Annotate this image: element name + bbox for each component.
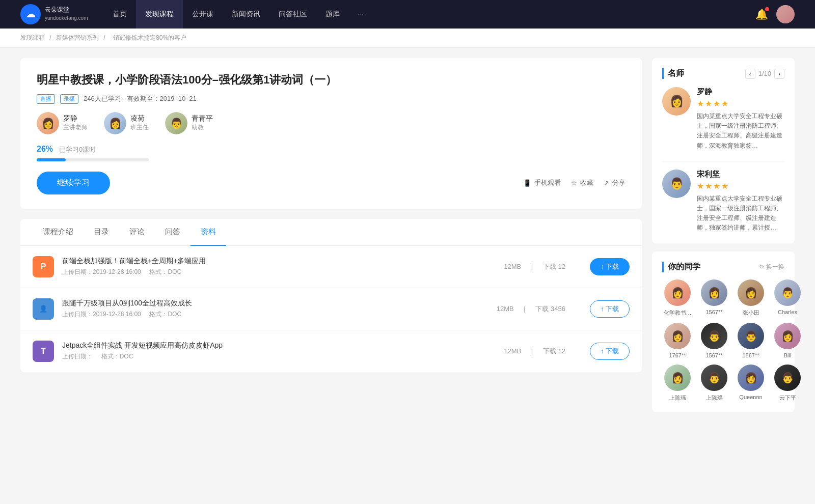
user-avatar[interactable] xyxy=(776,5,795,23)
teacher-item-3: 👨 青青平 助教 xyxy=(165,112,213,134)
tabs-header: 课程介绍 目录 评论 问答 资料 xyxy=(20,219,642,246)
nav-item-qa[interactable]: 问答社区 xyxy=(269,0,316,29)
classmate-6[interactable]: 👨 1567** xyxy=(699,323,729,358)
classmate-1[interactable]: 👩 化学教书… xyxy=(662,279,693,317)
mobile-watch-button[interactable]: 📱 手机观看 xyxy=(523,178,561,187)
cm-face-9: 👩 xyxy=(664,365,691,391)
sidebar-teacher-avatar-2[interactable]: 👨 xyxy=(662,170,691,198)
progress-pct: 26% xyxy=(37,145,53,153)
tab-reviews[interactable]: 评论 xyxy=(119,219,155,246)
action-buttons: 📱 手机观看 ☆ 收藏 ↗ 分享 xyxy=(523,178,626,187)
size-3: 12MB xyxy=(504,347,521,355)
download-button-2[interactable]: ↑ 下载 xyxy=(590,300,630,318)
share-button[interactable]: ↗ 分享 xyxy=(604,178,626,187)
sidebar-teacher-name-2: 宋利坚 xyxy=(697,170,784,179)
download-button-1[interactable]: ↑ 下载 xyxy=(590,258,630,275)
teacher-page: 1/10 xyxy=(758,70,771,77)
nav-item-discover[interactable]: 发现课程 xyxy=(136,0,183,29)
downloads-1: 下载 12 xyxy=(543,263,565,270)
nav-item-open[interactable]: 公开课 xyxy=(183,0,223,29)
next-teacher-btn[interactable]: › xyxy=(774,69,784,79)
right-sidebar: 名师 ‹ 1/10 › 👩 罗静 ★★★★ 国内某重点大学安全工程专业硕士，国家… xyxy=(652,58,795,420)
teachers-card-header: 名师 ‹ 1/10 › xyxy=(662,68,784,79)
teachers-list: 👩 罗静 主讲老师 👩 凌荷 班主任 xyxy=(37,112,626,134)
download-button-3[interactable]: ↑ 下载 xyxy=(590,343,630,360)
nav-items: 首页 发现课程 公开课 新闻资讯 问答社区 题库 ··· xyxy=(103,0,755,29)
teacher-divider xyxy=(662,161,784,161)
sidebar-teacher-2: 👨 宋利坚 ★★★★ 国内某重点大学安全工程专业硕士，国家一级注册消防工程师、注… xyxy=(662,170,784,233)
main-container: 明星中教授课，小学阶段语法100分–强化级第1讲动词（一） 直播 录播 246人… xyxy=(0,48,815,430)
tab-catalog[interactable]: 目录 xyxy=(84,219,119,246)
format-1: 格式：DOC xyxy=(149,268,181,275)
nav-item-more[interactable]: ··· xyxy=(349,0,373,29)
teacher-info-1: 罗静 主讲老师 xyxy=(63,114,88,132)
breadcrumb-sep1: / xyxy=(49,34,53,41)
cm-avatar-7: 👨 xyxy=(738,323,764,349)
sidebar-teacher-stars-1: ★★★★ xyxy=(697,99,784,108)
sidebar-teacher-info-2: 宋利坚 ★★★★ 国内某重点大学安全工程专业硕士，国家一级注册消防工程师、注册安… xyxy=(697,170,784,233)
course-actions: 继续学习 📱 手机观看 ☆ 收藏 ↗ 分享 xyxy=(37,172,626,194)
teachers-card-title: 名师 xyxy=(662,68,684,79)
classmate-3[interactable]: 👩 张小田 xyxy=(736,279,766,317)
breadcrumb-link-discover[interactable]: 发现课程 xyxy=(20,34,45,41)
left-content: 明星中教授课，小学阶段语法100分–强化级第1讲动词（一） 直播 录播 246人… xyxy=(20,58,642,420)
nav-item-home[interactable]: 首页 xyxy=(103,0,136,29)
prev-teacher-btn[interactable]: ‹ xyxy=(745,69,755,79)
upload-date-3: 上传日期： xyxy=(62,353,93,360)
classmate-5[interactable]: 👩 1767** xyxy=(662,323,693,358)
classmates-card: 你的同学 ↻ 换一换 👩 化学教书… 👩 1567** 👩 张小田 xyxy=(652,251,795,412)
size-1: 12MB xyxy=(504,263,521,270)
cm-name-6: 1567** xyxy=(699,352,729,358)
resource-item-1: P 前端全栈加强版！前端全栈+全周期+多端应用 上传日期：2019-12-28 … xyxy=(20,246,642,288)
cm-avatar-1: 👩 xyxy=(664,279,691,306)
refresh-button[interactable]: ↻ 换一换 xyxy=(759,263,784,271)
classmate-7[interactable]: 👨 1867** xyxy=(736,323,766,358)
sep-1: | xyxy=(531,263,535,270)
collect-button[interactable]: ☆ 收藏 xyxy=(571,178,593,187)
cm-name-11: Queennn xyxy=(736,394,766,400)
teachers-card: 名师 ‹ 1/10 › 👩 罗静 ★★★★ 国内某重点大学安全工程专业硕士，国家… xyxy=(652,58,795,243)
continue-button[interactable]: 继续学习 xyxy=(37,172,110,194)
tab-intro[interactable]: 课程介绍 xyxy=(33,219,84,246)
bell-icon[interactable]: 🔔 xyxy=(755,8,768,20)
breadcrumb-link-series[interactable]: 新媒体营销系列 xyxy=(56,34,99,41)
navbar: ☁ 云朵课堂yundouketang.com 首页 发现课程 公开课 新闻资讯 … xyxy=(0,0,815,29)
teacher-avatar-3: 👨 xyxy=(165,112,187,134)
sidebar-teacher-avatar-1[interactable]: 👩 xyxy=(662,87,691,116)
cm-name-8: Bill xyxy=(772,352,803,358)
downloads-3: 下载 12 xyxy=(543,347,565,355)
classmate-8[interactable]: 👩 Bill xyxy=(772,323,803,358)
nav-item-news[interactable]: 新闻资讯 xyxy=(223,0,269,29)
cm-name-1: 化学教书… xyxy=(662,309,693,317)
classmate-2[interactable]: 👩 1567** xyxy=(699,279,729,317)
badge-record: 录播 xyxy=(60,94,78,104)
downloads-2: 下载 3456 xyxy=(535,305,565,313)
classmate-12[interactable]: 👨 云下平 xyxy=(772,365,803,402)
progress-text: 已学习0课时 xyxy=(59,146,96,153)
teacher-info-2: 凌荷 班主任 xyxy=(130,114,149,132)
format-2: 格式：DOC xyxy=(149,311,181,318)
cm-name-4: Charles xyxy=(772,309,803,315)
classmate-9[interactable]: 👩 上陈瑶 xyxy=(662,365,693,402)
resource-meta-3: 上传日期： 格式：DOC xyxy=(62,352,479,361)
upload-date-2: 上传日期：2019-12-28 16:00 xyxy=(62,311,141,318)
classmate-11[interactable]: 👩 Queennn xyxy=(736,365,766,402)
logo[interactable]: ☁ 云朵课堂yundouketang.com xyxy=(20,4,88,24)
tab-qa[interactable]: 问答 xyxy=(155,219,191,246)
logo-icon: ☁ xyxy=(20,4,41,24)
tab-resources[interactable]: 资料 xyxy=(191,219,226,246)
sidebar-teacher-face-1: 👩 xyxy=(662,87,691,116)
cm-face-1: 👩 xyxy=(664,279,691,306)
badge-live: 直播 xyxy=(37,94,55,104)
breadcrumb: 发现课程 / 新媒体营销系列 / 销冠修炼术搞定80%的客户 xyxy=(0,29,815,48)
classmate-4[interactable]: 👨 Charles xyxy=(772,279,803,317)
cm-avatar-4: 👨 xyxy=(774,279,801,306)
resource-name-3: Jetpack全组件实战 开发短视频应用高仿皮皮虾App xyxy=(62,341,479,350)
resource-info-3: Jetpack全组件实战 开发短视频应用高仿皮皮虾App 上传日期： 格式：DO… xyxy=(62,341,479,361)
resource-icon-3: T xyxy=(33,341,54,362)
mobile-icon: 📱 xyxy=(523,179,531,187)
course-badges: 直播 录播 246人已学习 · 有效期至：2019–10–21 xyxy=(37,94,626,104)
classmate-10[interactable]: 👨 上陈瑶 xyxy=(699,365,729,402)
resource-stats-3: 12MB | 下载 12 xyxy=(500,347,569,356)
nav-item-exam[interactable]: 题库 xyxy=(316,0,349,29)
